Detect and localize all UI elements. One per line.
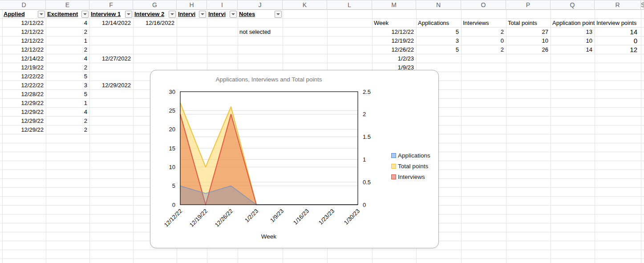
cell[interactable]: 5 xyxy=(46,72,89,81)
cell[interactable]: 12/22/22 xyxy=(2,72,46,81)
cell[interactable]: 10 xyxy=(551,36,595,45)
cell[interactable]: 12/12/22 xyxy=(372,28,416,36)
cell[interactable]: 26 xyxy=(506,45,551,54)
cell[interactable]: 2 xyxy=(46,28,89,36)
grid-vline xyxy=(641,10,641,263)
cell[interactable]: 12/12/22 xyxy=(2,36,46,45)
column-header-N[interactable]: N xyxy=(416,0,461,10)
column-header-L[interactable]: L xyxy=(327,0,372,10)
cell[interactable]: 12/28/22 xyxy=(2,90,46,99)
cell[interactable]: Application points xyxy=(551,19,595,28)
x-axis-tick: 1/30/23 xyxy=(343,208,361,226)
cell[interactable]: 12/12/22 xyxy=(2,28,46,36)
x-axis-tick: 12/26/22 xyxy=(214,208,234,228)
cell[interactable]: 12/19/22 xyxy=(372,36,416,45)
cell[interactable]: 27 xyxy=(506,28,551,36)
cell[interactable]: Interviews xyxy=(461,19,506,28)
filter-header-notes[interactable]: Notes xyxy=(238,10,274,19)
column-header-Q[interactable]: Q xyxy=(551,0,595,10)
column-header-F[interactable]: F xyxy=(89,0,133,10)
filter-dropdown-button[interactable] xyxy=(199,11,206,18)
cell[interactable]: 3 xyxy=(416,36,461,45)
cell[interactable]: 4 xyxy=(46,19,89,28)
cell[interactable]: Total points xyxy=(506,19,551,28)
filter-header-intervi[interactable]: Intervi xyxy=(207,10,229,19)
right-axis-tick: 2 xyxy=(363,111,366,117)
column-header-S[interactable]: S xyxy=(641,0,644,10)
cell[interactable]: 2 xyxy=(461,28,506,36)
x-axis-tick: 1/23/23 xyxy=(317,208,336,226)
cell[interactable]: Applications xyxy=(416,19,461,28)
column-header-M[interactable]: M xyxy=(372,0,416,10)
column-header-strip: DEFGHIJKLMNOPQRS xyxy=(0,0,644,10)
cell[interactable]: 2 xyxy=(46,125,89,134)
cell[interactable]: 12/22/22 xyxy=(2,81,46,90)
cell[interactable]: 1 xyxy=(46,99,89,108)
filter-dropdown-button[interactable] xyxy=(169,11,176,18)
cell[interactable]: 0 xyxy=(595,36,641,45)
cell[interactable]: 12/29/22 xyxy=(2,125,46,134)
cell[interactable]: Interview points xyxy=(595,19,641,28)
cell[interactable]: 12/29/22 xyxy=(2,99,46,108)
cell[interactable]: 4 xyxy=(46,108,89,117)
floating-chart[interactable]: Applications, Interviews and Total point… xyxy=(150,70,439,248)
cell[interactable]: 12/29/2022 xyxy=(89,81,133,90)
left-axis-tick: 0 xyxy=(172,202,175,208)
cell[interactable]: 0 xyxy=(461,36,506,45)
cell[interactable]: Week xyxy=(372,19,416,28)
cell[interactable]: 2 xyxy=(46,45,89,54)
filter-dropdown-button[interactable] xyxy=(230,11,237,18)
cell[interactable]: 12/12/22 xyxy=(2,19,46,28)
cell[interactable]: 12/19/22 xyxy=(2,63,46,72)
cell[interactable]: 14 xyxy=(551,45,595,54)
cell[interactable]: 12/29/22 xyxy=(2,117,46,125)
cell[interactable]: 4 xyxy=(46,54,89,63)
cell[interactable]: 1 xyxy=(46,36,89,45)
cell[interactable]: 3 xyxy=(46,81,89,90)
column-header-I[interactable]: I xyxy=(207,0,238,10)
cell[interactable]: 12 xyxy=(595,45,641,54)
column-header-O[interactable]: O xyxy=(461,0,506,10)
cell[interactable]: 10 xyxy=(506,36,551,45)
filter-header-intervi[interactable]: Intervi xyxy=(177,10,198,19)
filter-header-applied[interactable]: Applied xyxy=(2,10,37,19)
cell[interactable]: 12/16/2022 xyxy=(133,19,177,28)
column-header-R[interactable]: R xyxy=(595,0,641,10)
cell[interactable]: 5 xyxy=(46,90,89,99)
column-header-P[interactable]: P xyxy=(506,0,551,10)
cell[interactable]: 12/27/2022 xyxy=(89,54,133,63)
filter-dropdown-button[interactable] xyxy=(275,11,282,18)
filter-dropdown-button[interactable] xyxy=(38,11,45,18)
cell[interactable]: not selected xyxy=(238,28,283,36)
column-header-D[interactable]: D xyxy=(2,0,46,10)
filter-header-excitement[interactable]: Excitement xyxy=(46,10,81,19)
cell[interactable]: 2 xyxy=(461,45,506,54)
cell[interactable]: 1/2/23 xyxy=(372,54,416,63)
right-axis-tick: 1 xyxy=(363,156,366,163)
filter-dropdown-button[interactable] xyxy=(81,11,89,18)
cell[interactable]: 5 xyxy=(416,28,461,36)
cell[interactable]: 12/29/22 xyxy=(2,108,46,117)
column-header-G[interactable]: G xyxy=(133,0,177,10)
left-axis-tick: 30 xyxy=(169,89,175,95)
cell[interactable]: 13 xyxy=(551,28,595,36)
cell[interactable]: 12/14/22 xyxy=(2,54,46,63)
cell[interactable]: 12/26/22 xyxy=(372,45,416,54)
cell[interactable]: 12/14/2022 xyxy=(89,19,133,28)
x-axis-tick: 12/12/22 xyxy=(163,208,183,228)
cell[interactable]: 5 xyxy=(416,45,461,54)
right-axis-tick: 2.5 xyxy=(363,89,371,95)
grid-vline xyxy=(89,10,90,263)
column-header-K[interactable]: K xyxy=(283,0,327,10)
column-header-E[interactable]: E xyxy=(46,0,89,10)
cell[interactable]: 14 xyxy=(595,28,641,36)
cell[interactable]: 2 xyxy=(46,117,89,125)
cell[interactable]: 12/12/22 xyxy=(2,45,46,54)
filter-header-interview-1[interactable]: Interview 1 xyxy=(89,10,124,19)
filter-header-interview-2[interactable]: Interview 2 xyxy=(133,10,168,19)
left-axis-tick: 5 xyxy=(172,182,175,189)
column-header-J[interactable]: J xyxy=(238,0,283,10)
filter-dropdown-button[interactable] xyxy=(125,11,132,18)
column-header-H[interactable]: H xyxy=(177,0,207,10)
cell[interactable]: 2 xyxy=(46,63,89,72)
